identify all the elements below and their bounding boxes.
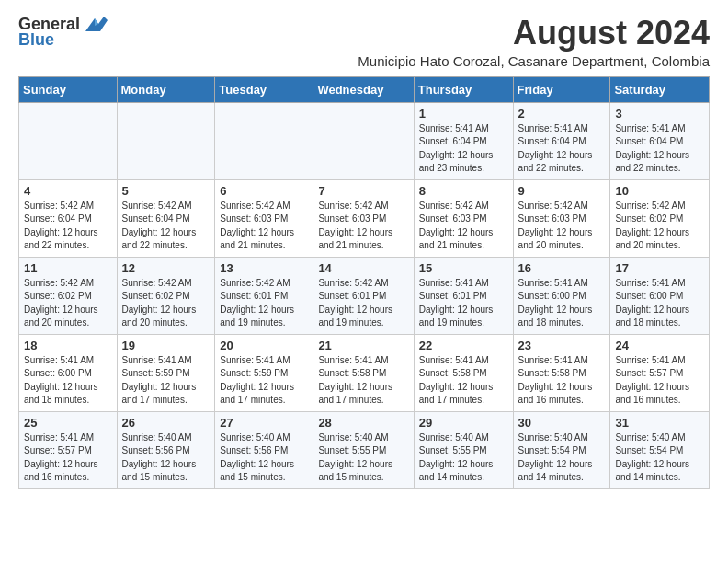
calendar-cell: 29Sunrise: 5:40 AM Sunset: 5:55 PM Dayli… [414, 411, 513, 488]
day-number: 2 [518, 107, 606, 121]
day-number: 16 [518, 261, 606, 275]
day-info: Sunrise: 5:42 AM Sunset: 6:02 PM Dayligh… [24, 277, 112, 330]
day-number: 24 [615, 339, 704, 352]
main-title: August 2024 [358, 15, 710, 52]
calendar-cell: 25Sunrise: 5:41 AM Sunset: 5:57 PM Dayli… [19, 411, 118, 488]
weekday-header-friday: Friday [513, 76, 610, 102]
calendar-cell: 31Sunrise: 5:40 AM Sunset: 5:54 PM Dayli… [610, 411, 710, 488]
week-row-1: 1Sunrise: 5:41 AM Sunset: 6:04 PM Daylig… [19, 102, 710, 179]
day-info: Sunrise: 5:41 AM Sunset: 5:58 PM Dayligh… [518, 354, 606, 408]
day-info: Sunrise: 5:42 AM Sunset: 6:02 PM Dayligh… [615, 200, 704, 253]
day-number: 6 [220, 184, 308, 198]
weekday-header-row: SundayMondayTuesdayWednesdayThursdayFrid… [19, 76, 710, 102]
calendar-cell: 10Sunrise: 5:42 AM Sunset: 6:02 PM Dayli… [610, 179, 710, 257]
calendar-cell: 22Sunrise: 5:41 AM Sunset: 5:58 PM Dayli… [414, 334, 513, 411]
day-number: 8 [419, 184, 508, 198]
day-info: Sunrise: 5:40 AM Sunset: 5:54 PM Dayligh… [615, 431, 704, 485]
calendar-cell: 8Sunrise: 5:42 AM Sunset: 6:03 PM Daylig… [414, 179, 513, 257]
day-number: 30 [518, 416, 606, 430]
calendar-cell: 11Sunrise: 5:42 AM Sunset: 6:02 PM Dayli… [19, 257, 118, 334]
day-info: Sunrise: 5:41 AM Sunset: 6:01 PM Dayligh… [419, 277, 508, 330]
subtitle: Municipio Hato Corozal, Casanare Departm… [358, 53, 710, 69]
weekday-header-sunday: Sunday [19, 76, 118, 102]
week-row-3: 11Sunrise: 5:42 AM Sunset: 6:02 PM Dayli… [19, 257, 710, 334]
day-info: Sunrise: 5:42 AM Sunset: 6:03 PM Dayligh… [220, 200, 308, 253]
day-info: Sunrise: 5:41 AM Sunset: 6:00 PM Dayligh… [518, 277, 606, 330]
calendar-cell: 2Sunrise: 5:41 AM Sunset: 6:04 PM Daylig… [513, 102, 610, 179]
calendar-cell: 6Sunrise: 5:42 AM Sunset: 6:03 PM Daylig… [215, 179, 313, 257]
day-number: 20 [220, 339, 308, 352]
calendar-cell: 24Sunrise: 5:41 AM Sunset: 5:57 PM Dayli… [610, 334, 710, 411]
calendar-cell: 7Sunrise: 5:42 AM Sunset: 6:03 PM Daylig… [313, 179, 414, 257]
day-info: Sunrise: 5:40 AM Sunset: 5:56 PM Dayligh… [220, 431, 308, 485]
calendar-cell [117, 102, 215, 179]
day-number: 12 [122, 261, 210, 275]
calendar-cell: 19Sunrise: 5:41 AM Sunset: 5:59 PM Dayli… [117, 334, 215, 411]
logo-blue: Blue [18, 31, 108, 50]
calendar-cell [19, 102, 118, 179]
calendar-cell: 21Sunrise: 5:41 AM Sunset: 5:58 PM Dayli… [313, 334, 414, 411]
calendar: SundayMondayTuesdayWednesdayThursdayFrid… [18, 76, 710, 489]
day-info: Sunrise: 5:41 AM Sunset: 5:59 PM Dayligh… [220, 354, 308, 408]
calendar-cell: 18Sunrise: 5:41 AM Sunset: 6:00 PM Dayli… [19, 334, 118, 411]
day-info: Sunrise: 5:42 AM Sunset: 6:01 PM Dayligh… [318, 277, 408, 330]
calendar-cell: 26Sunrise: 5:40 AM Sunset: 5:56 PM Dayli… [117, 411, 215, 488]
calendar-cell: 28Sunrise: 5:40 AM Sunset: 5:55 PM Dayli… [313, 411, 414, 488]
day-number: 7 [318, 184, 408, 198]
calendar-cell: 5Sunrise: 5:42 AM Sunset: 6:04 PM Daylig… [117, 179, 215, 257]
day-info: Sunrise: 5:40 AM Sunset: 5:56 PM Dayligh… [122, 431, 210, 485]
calendar-cell: 4Sunrise: 5:42 AM Sunset: 6:04 PM Daylig… [19, 179, 118, 257]
day-info: Sunrise: 5:41 AM Sunset: 5:59 PM Dayligh… [122, 354, 210, 408]
day-info: Sunrise: 5:41 AM Sunset: 6:00 PM Dayligh… [615, 277, 704, 330]
day-number: 14 [318, 261, 408, 275]
calendar-cell: 20Sunrise: 5:41 AM Sunset: 5:59 PM Dayli… [215, 334, 313, 411]
calendar-cell: 1Sunrise: 5:41 AM Sunset: 6:04 PM Daylig… [414, 102, 513, 179]
calendar-cell: 27Sunrise: 5:40 AM Sunset: 5:56 PM Dayli… [215, 411, 313, 488]
day-number: 28 [318, 416, 408, 430]
day-info: Sunrise: 5:42 AM Sunset: 6:03 PM Dayligh… [318, 200, 408, 253]
day-number: 19 [122, 339, 210, 352]
calendar-cell: 14Sunrise: 5:42 AM Sunset: 6:01 PM Dayli… [313, 257, 414, 334]
weekday-header-saturday: Saturday [610, 76, 710, 102]
day-info: Sunrise: 5:42 AM Sunset: 6:02 PM Dayligh… [122, 277, 210, 330]
day-number: 13 [220, 261, 308, 275]
title-block: August 2024 Municipio Hato Corozal, Casa… [358, 15, 710, 69]
day-info: Sunrise: 5:42 AM Sunset: 6:04 PM Dayligh… [24, 200, 112, 253]
day-number: 25 [24, 416, 112, 430]
day-number: 17 [615, 261, 704, 275]
calendar-cell: 30Sunrise: 5:40 AM Sunset: 5:54 PM Dayli… [513, 411, 610, 488]
day-number: 31 [615, 416, 704, 430]
day-number: 4 [24, 184, 112, 198]
calendar-cell: 3Sunrise: 5:41 AM Sunset: 6:04 PM Daylig… [610, 102, 710, 179]
day-info: Sunrise: 5:41 AM Sunset: 6:04 PM Dayligh… [419, 122, 508, 176]
day-number: 9 [518, 184, 606, 198]
week-row-4: 18Sunrise: 5:41 AM Sunset: 6:00 PM Dayli… [19, 334, 710, 411]
day-info: Sunrise: 5:41 AM Sunset: 6:04 PM Dayligh… [518, 122, 606, 176]
day-info: Sunrise: 5:41 AM Sunset: 6:00 PM Dayligh… [24, 354, 112, 408]
calendar-cell: 23Sunrise: 5:41 AM Sunset: 5:58 PM Dayli… [513, 334, 610, 411]
calendar-cell [313, 102, 414, 179]
day-info: Sunrise: 5:42 AM Sunset: 6:01 PM Dayligh… [220, 277, 308, 330]
week-row-5: 25Sunrise: 5:41 AM Sunset: 5:57 PM Dayli… [19, 411, 710, 488]
calendar-cell [215, 102, 313, 179]
week-row-2: 4Sunrise: 5:42 AM Sunset: 6:04 PM Daylig… [19, 179, 710, 257]
day-number: 22 [419, 339, 508, 352]
day-number: 11 [24, 261, 112, 275]
day-number: 27 [220, 416, 308, 430]
weekday-header-tuesday: Tuesday [215, 76, 313, 102]
day-info: Sunrise: 5:41 AM Sunset: 6:04 PM Dayligh… [615, 122, 704, 176]
weekday-header-thursday: Thursday [414, 76, 513, 102]
day-info: Sunrise: 5:42 AM Sunset: 6:03 PM Dayligh… [518, 200, 606, 253]
day-number: 26 [122, 416, 210, 430]
day-number: 18 [24, 339, 112, 352]
day-number: 23 [518, 339, 606, 352]
day-number: 5 [122, 184, 210, 198]
day-info: Sunrise: 5:40 AM Sunset: 5:55 PM Dayligh… [419, 431, 508, 485]
calendar-cell: 9Sunrise: 5:42 AM Sunset: 6:03 PM Daylig… [513, 179, 610, 257]
logo: General Blue [18, 15, 108, 50]
day-number: 1 [419, 107, 508, 121]
header: General Blue August 2024 Municipio Hato … [18, 15, 710, 69]
day-number: 15 [419, 261, 508, 275]
day-info: Sunrise: 5:41 AM Sunset: 5:57 PM Dayligh… [615, 354, 704, 408]
day-info: Sunrise: 5:42 AM Sunset: 6:04 PM Dayligh… [122, 200, 210, 253]
